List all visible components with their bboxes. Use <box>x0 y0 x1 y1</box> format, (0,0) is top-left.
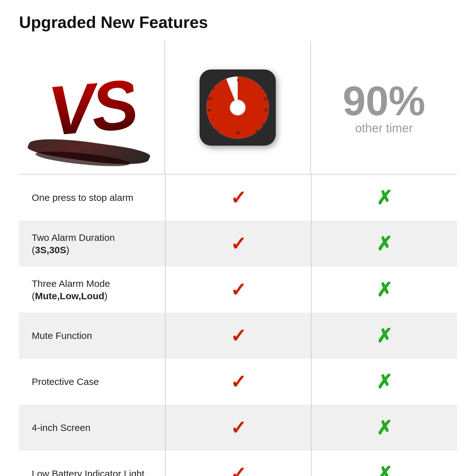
page-title: Upgraded New Features <box>19 13 457 32</box>
feature-text-3: Three Alarm Mode(Mute,Low,Loud) <box>32 277 110 302</box>
cross-icon-2: ✗ <box>376 233 392 255</box>
new-check-3: ✓ <box>165 267 311 313</box>
feature-name-2: Two Alarm Duration(3S,30S) <box>19 221 165 267</box>
feature-row-1: One press to stop alarm ✓ ✗ <box>19 175 457 221</box>
other-timer-label: other timer <box>355 122 413 135</box>
new-product-cell: 0 5 10 15 20 25 30 35 40 45 50 55 <box>165 41 311 174</box>
feature-name-4: Mute Function <box>19 313 165 359</box>
new-check-7: ✓ <box>165 451 311 476</box>
timer-number-45: 45 <box>207 108 211 112</box>
vs-wrapper: VS <box>25 48 158 168</box>
other-cross-3: ✗ <box>311 267 457 313</box>
feature-row-4: Mute Function ✓ ✗ <box>19 313 457 359</box>
timer-knob <box>230 100 246 116</box>
feature-text-2: Two Alarm Duration(3S,30S) <box>32 231 115 256</box>
feature-row-5: Protective Case ✓ ✗ <box>19 359 457 405</box>
timer-number-55: 55 <box>210 86 214 90</box>
feature-row-6: 4-inch Screen ✓ ✗ <box>19 405 457 451</box>
feature-row-2: Two Alarm Duration(3S,30S) ✓ ✗ <box>19 221 457 267</box>
feature-row-7: Low Battery Indicator Light ✓ ✗ <box>19 451 457 476</box>
cross-icon-4: ✗ <box>376 325 392 347</box>
timer-number-40: 40 <box>215 129 219 133</box>
page: Upgraded New Features VS <box>0 0 476 476</box>
check-icon-4: ✓ <box>230 325 246 347</box>
check-icon-3: ✓ <box>230 279 246 301</box>
new-check-5: ✓ <box>165 359 311 405</box>
timer-number-15: 15 <box>264 97 268 101</box>
feature-name-7: Low Battery Indicator Light <box>19 451 165 476</box>
other-cross-1: ✗ <box>311 175 457 221</box>
other-cross-6: ✗ <box>311 405 457 451</box>
timer-number-5: 5 <box>255 80 257 83</box>
timer-face: 0 5 10 15 20 25 30 35 40 45 50 55 <box>207 76 269 139</box>
check-icon-6: ✓ <box>230 417 246 439</box>
percent-display: 90% <box>343 80 425 122</box>
check-icon-2: ✓ <box>230 233 246 255</box>
timer-body: 0 5 10 15 20 25 30 35 40 45 50 55 <box>200 69 276 146</box>
check-icon-7: ✓ <box>230 463 246 476</box>
check-icon-1: ✓ <box>230 187 246 209</box>
other-cross-5: ✗ <box>311 359 457 405</box>
feature-text-1: One press to stop alarm <box>32 191 133 204</box>
check-icon-5: ✓ <box>230 371 246 393</box>
new-check-1: ✓ <box>165 175 311 221</box>
feature-text-4: Mute Function <box>32 329 92 342</box>
cross-icon-3: ✗ <box>376 279 392 301</box>
timer-image: 0 5 10 15 20 25 30 35 40 45 50 55 <box>193 63 282 152</box>
feature-text-5: Protective Case <box>32 375 99 388</box>
timer-number-0: 0 <box>237 78 239 82</box>
feature-name-3: Three Alarm Mode(Mute,Low,Loud) <box>19 267 165 313</box>
vs-text: VS <box>45 69 138 146</box>
vs-cell: VS <box>19 41 165 174</box>
feature-text-6: 4-inch Screen <box>32 421 90 434</box>
timer-number-10: 10 <box>261 86 265 90</box>
comparison-table: VS 0 5 10 15 <box>19 41 457 476</box>
other-cross-2: ✗ <box>311 221 457 267</box>
timer-number-50: 50 <box>208 97 212 101</box>
cross-icon-1: ✗ <box>376 187 392 209</box>
header-row: VS 0 5 10 15 <box>19 41 457 175</box>
other-cross-4: ✗ <box>311 313 457 359</box>
cross-icon-5: ✗ <box>376 371 392 393</box>
feature-name-1: One press to stop alarm <box>19 175 165 221</box>
timer-number-30: 30 <box>255 129 259 133</box>
cross-icon-7: ✗ <box>376 463 392 476</box>
timer-number-20: 20 <box>264 108 268 112</box>
feature-name-5: Protective Case <box>19 359 165 405</box>
other-timer-cell: 90% other timer <box>311 41 457 174</box>
timer-number-25: 25 <box>262 123 266 127</box>
timer-number-35: 35 <box>236 131 240 135</box>
feature-text-7: Low Battery Indicator Light <box>32 467 144 476</box>
cross-icon-6: ✗ <box>376 417 392 439</box>
feature-name-6: 4-inch Screen <box>19 405 165 451</box>
new-check-2: ✓ <box>165 221 311 267</box>
new-check-4: ✓ <box>165 313 311 359</box>
other-timer-info: 90% other timer <box>343 80 425 135</box>
feature-row-3: Three Alarm Mode(Mute,Low,Loud) ✓ ✗ <box>19 267 457 313</box>
new-check-6: ✓ <box>165 405 311 451</box>
other-cross-7: ✗ <box>311 451 457 476</box>
